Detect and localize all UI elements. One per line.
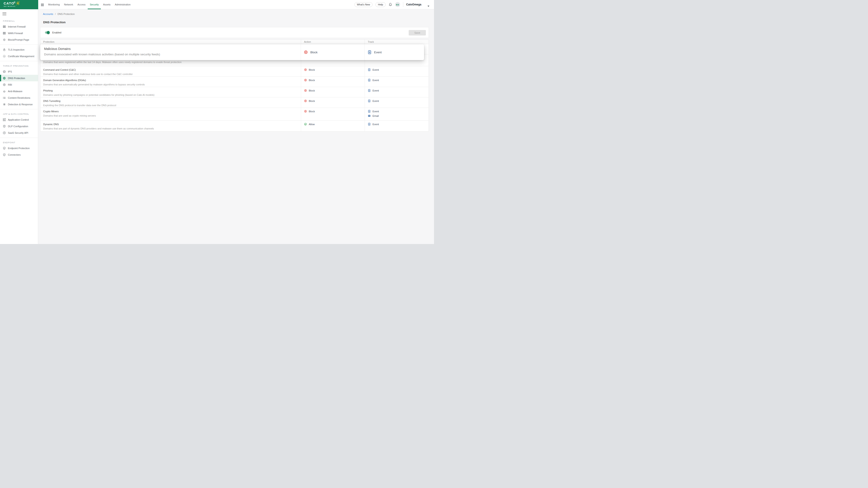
sidebar-section-label: ENDPOINT (3, 141, 38, 144)
track-cell[interactable]: EventEmail (365, 108, 429, 121)
protection-name: Domain Generation Algorithms (DGAs) (43, 79, 298, 82)
dns-icon (3, 76, 6, 80)
block-icon (304, 89, 307, 92)
table-row-dynamic-dns[interactable]: Dynamic DNS Domains that are part of dyn… (40, 121, 429, 131)
event-icon (368, 89, 371, 92)
save-button[interactable]: Save (409, 30, 426, 35)
track-cell[interactable]: Event (365, 87, 429, 97)
account-name[interactable]: CatoOmega (406, 3, 421, 6)
sidebar-item-rbi[interactable]: RBI (0, 81, 38, 88)
action-cell[interactable]: Allow (301, 121, 365, 131)
action-label: Block (309, 89, 315, 92)
action-cell[interactable]: Block (301, 87, 365, 97)
notifications-bell-icon[interactable] (389, 3, 392, 6)
hovered-row-track-cell: Event (364, 44, 424, 60)
nav-tab-monitoring[interactable]: Monitoring (48, 0, 60, 9)
track-cell[interactable]: Event (365, 121, 429, 131)
nav-tab-assets[interactable]: Assets (103, 0, 111, 9)
sidebar-item-dlp-configuration[interactable]: DLP Configuration (0, 123, 38, 129)
sidebar-item-label: DNS Protection (8, 77, 25, 79)
allow-icon (304, 123, 307, 126)
protection-description: Domains that are part of dynamic DNS pro… (43, 127, 298, 130)
table-row-dns-tunnelling[interactable]: DNS Tunnelling Exploiting the DNS protoc… (40, 97, 429, 108)
nav-tab-administration[interactable]: Administration (115, 0, 131, 9)
sidebar-item-dns-protection[interactable]: DNS Protection (0, 75, 38, 81)
sidebar-item-connectors[interactable]: Connectors (0, 151, 38, 158)
table-row-crypto-miners[interactable]: Crypto Miners Domains that are used as c… (40, 108, 429, 121)
breadcrumb-current: DNS Protection (57, 13, 74, 15)
endpoint-icon (3, 147, 6, 150)
sidebar-item-anti-malware[interactable]: Anti-Malware (0, 88, 38, 94)
protection-cell: Crypto Miners Domains that are used as c… (40, 108, 301, 121)
protection-name: Phishing (43, 89, 298, 92)
sidebar-item-detection-response[interactable]: Detection & Response (0, 101, 38, 107)
protection-description: Domains that malware and other malicious… (43, 73, 298, 76)
breadcrumb-accounts-link[interactable]: Accounts (43, 13, 53, 15)
nav-tab-access[interactable]: Access (78, 0, 86, 9)
help-button[interactable]: Help (375, 2, 385, 7)
sidebar-item-application-control[interactable]: Application Control (0, 116, 38, 123)
sidebar-section-label: FIREWALL (3, 20, 38, 22)
ips-icon (3, 70, 6, 73)
hovered-row-text: Malicious Domains Domains associated wit… (40, 44, 301, 60)
sidebar-item-label: Detection & Response (8, 103, 33, 106)
breadcrumb: Accounts / DNS Protection (43, 13, 74, 15)
track-cell[interactable]: Event (365, 76, 429, 87)
action-label: Allow (309, 123, 315, 126)
fireworks-icon (12, 0, 21, 9)
sidebar-collapse-menu-icon[interactable] (2, 12, 6, 15)
protection-cell: Command and Control (C&C) Domains that m… (40, 66, 301, 76)
action-cell[interactable]: Block (301, 76, 365, 87)
enabled-toggle[interactable] (45, 31, 49, 34)
sidebar-item-certificate-management[interactable]: Certificate Management (0, 53, 38, 59)
block-icon (304, 50, 308, 54)
table-row-phishing[interactable]: Phishing Domains used by phishing campai… (40, 87, 429, 97)
cato-logo: CATO NETWORKS (0, 0, 38, 9)
protection-name: Malicious Domains (44, 47, 297, 51)
table-row-command-and-control-c-c-[interactable]: Command and Control (C&C) Domains that m… (40, 66, 429, 76)
protection-name: Command and Control (C&C) (43, 68, 298, 71)
account-chevron-down-icon[interactable] (428, 4, 430, 5)
nav-tab-network[interactable]: Network (64, 0, 73, 9)
track-cell[interactable]: Event (365, 97, 429, 107)
app-grid-icon[interactable] (41, 3, 44, 6)
table-row-domain-generation-algorithms-dgas-[interactable]: Domain Generation Algorithms (DGAs) Doma… (40, 76, 429, 87)
whats-new-button[interactable]: What's New (354, 2, 373, 7)
toggle-thumb (47, 31, 50, 34)
hovered-row-card-malicious-domains[interactable]: Malicious Domains Domains associated wit… (40, 44, 424, 60)
protection-description: Domains that are automatically generated… (43, 83, 298, 86)
block-icon (304, 110, 307, 113)
track-label: Email (373, 115, 379, 117)
sidebar-item-endpoint-protection[interactable]: Endpoint Protection (0, 145, 38, 151)
action-cell[interactable]: Block (301, 66, 365, 76)
event-icon (368, 99, 371, 102)
sidebar-item-label: Application Control (8, 119, 29, 121)
track-cell[interactable]: Event (365, 66, 429, 76)
sidebar-item-internet-firewall[interactable]: Internet Firewall (0, 23, 38, 30)
rbi-icon (3, 83, 6, 86)
page-title: DNS Protection (43, 21, 66, 24)
content-icon (3, 96, 6, 99)
logo-sub-text: NETWORKS (4, 6, 16, 7)
email-icon (368, 114, 371, 117)
column-header-protection: Protection (40, 39, 301, 44)
sidebar-item-tls-inspection[interactable]: TLS Inspection (0, 46, 38, 53)
column-header-action: Action (301, 39, 365, 44)
sidebar-item-saas-security-api[interactable]: SaaS Security API (0, 129, 38, 136)
user-avatar[interactable]: ES (395, 2, 400, 7)
block-icon (304, 99, 307, 102)
sidebar-item-content-restrictions[interactable]: Content Restrictions (0, 94, 38, 101)
sidebar-item-wan-firewall[interactable]: WAN Firewall (0, 30, 38, 36)
action-cell[interactable]: Block (301, 108, 365, 121)
nav-tab-security[interactable]: Security (90, 0, 99, 9)
top-bar-right: What's New Help ES CatoOmega (354, 0, 434, 9)
protection-cell: Dynamic DNS Domains that are part of dyn… (40, 121, 301, 131)
block-page-icon (3, 38, 6, 41)
sidebar-item-block-prompt-page[interactable]: Block/Prompt Page (0, 36, 38, 43)
certificate-icon (3, 55, 6, 58)
sidebar-item-ips[interactable]: IPS (0, 68, 38, 75)
event-icon (368, 50, 372, 54)
action-cell[interactable]: Block (301, 97, 365, 107)
wan-firewall-icon (3, 32, 6, 35)
column-header-track: Track (365, 39, 429, 44)
